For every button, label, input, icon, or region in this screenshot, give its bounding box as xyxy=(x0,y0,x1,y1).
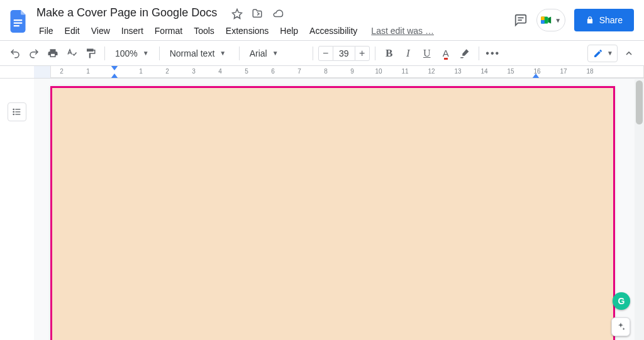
underline-button[interactable]: U xyxy=(418,45,436,62)
font-size-input[interactable]: 39 xyxy=(333,46,355,61)
vertical-scrollbar[interactable] xyxy=(635,79,644,340)
ruler-gutter xyxy=(0,66,34,78)
scrollbar-thumb[interactable] xyxy=(636,80,643,124)
menu-insert[interactable]: Insert xyxy=(116,23,148,38)
bold-button[interactable]: B xyxy=(380,45,398,62)
print-button[interactable] xyxy=(44,45,62,62)
ruler-num: 16 xyxy=(533,68,540,75)
ruler-num: 13 xyxy=(454,68,461,75)
ruler-num: 11 xyxy=(401,68,408,75)
document-outline-button[interactable] xyxy=(8,102,26,121)
svg-rect-0 xyxy=(14,19,23,21)
ruler-num: 4 xyxy=(218,68,222,75)
ruler-num: 15 xyxy=(507,68,514,75)
svg-rect-1 xyxy=(14,23,23,24)
toolbar-sep xyxy=(239,47,240,60)
font-size-decrease[interactable]: − xyxy=(318,46,333,61)
chevron-down-icon: ▼ xyxy=(219,50,226,57)
ruler-num: 3 xyxy=(192,68,196,75)
zoom-value: 100% xyxy=(115,48,138,58)
text-color-button[interactable]: A xyxy=(437,45,455,62)
paragraph-style-value: Normal text xyxy=(170,48,215,58)
share-label: Share xyxy=(599,15,623,25)
menu-extensions[interactable]: Extensions xyxy=(221,23,274,38)
ruler-num: 10 xyxy=(375,68,382,75)
ruler-num: 5 xyxy=(245,68,248,75)
ruler-num: 18 xyxy=(586,68,593,75)
spellcheck-button[interactable] xyxy=(63,45,80,62)
ruler-num: 1 xyxy=(139,68,143,75)
svg-rect-6 xyxy=(541,16,545,20)
ruler-num: 9 xyxy=(350,68,354,75)
document-canvas[interactable] xyxy=(34,79,644,340)
paragraph-style-select[interactable]: Normal text ▼ xyxy=(165,45,234,62)
docs-logo[interactable] xyxy=(8,6,30,36)
font-family-value: Arial xyxy=(250,48,267,58)
grammarly-badge[interactable]: G xyxy=(613,292,630,310)
menu-tools[interactable]: Tools xyxy=(189,23,219,38)
last-edit-link[interactable]: Last edit was … xyxy=(370,23,435,38)
menu-help[interactable]: Help xyxy=(275,23,303,38)
italic-button[interactable]: I xyxy=(399,45,417,62)
ruler-num: 7 xyxy=(297,68,301,75)
menu-bar: File Edit View Insert Format Tools Exten… xyxy=(34,23,435,38)
ruler-num: 14 xyxy=(480,68,487,75)
toolbar: 100% ▼ Normal text ▼ Arial ▼ − 39 + B I … xyxy=(0,41,644,66)
undo-button[interactable] xyxy=(6,45,24,62)
ruler-num: 8 xyxy=(324,68,328,75)
share-button[interactable]: Share xyxy=(574,9,634,31)
paint-format-button[interactable] xyxy=(82,45,99,62)
toolbar-sep xyxy=(104,47,105,60)
comments-icon[interactable] xyxy=(514,13,528,27)
document-title[interactable]: Make a Cover Page in Google Docs xyxy=(34,5,219,21)
ruler-num: 17 xyxy=(560,68,567,75)
font-size-group: − 39 + xyxy=(318,46,370,61)
horizontal-ruler[interactable]: 2 1 1 2 3 4 5 6 7 8 9 10 11 12 13 14 15 … xyxy=(34,66,644,78)
svg-point-12 xyxy=(13,111,14,112)
font-family-select[interactable]: Arial ▼ xyxy=(245,45,308,62)
svg-point-11 xyxy=(13,109,14,109)
zoom-select[interactable]: 100% ▼ xyxy=(110,45,154,62)
ruler-num: 6 xyxy=(271,68,275,75)
toolbar-sep xyxy=(479,47,479,60)
chevron-down-icon: ▼ xyxy=(272,50,279,57)
toolbar-sep xyxy=(313,47,313,60)
toolbar-sep xyxy=(375,47,375,60)
page[interactable] xyxy=(50,86,615,340)
redo-button[interactable] xyxy=(25,45,43,62)
highlight-button[interactable] xyxy=(456,45,474,62)
meet-button[interactable]: ▼ xyxy=(536,9,565,31)
menu-edit[interactable]: Edit xyxy=(60,23,85,38)
editing-mode-button[interactable]: ▼ xyxy=(587,45,618,62)
ruler-num: 12 xyxy=(428,68,435,75)
collapse-toolbar-button[interactable] xyxy=(620,45,638,62)
explore-button[interactable] xyxy=(611,317,630,336)
menu-view[interactable]: View xyxy=(86,23,115,38)
ruler-num: 1 xyxy=(86,68,90,75)
svg-rect-2 xyxy=(14,25,19,26)
first-line-indent-marker[interactable] xyxy=(111,66,118,70)
menu-accessibility[interactable]: Accessibility xyxy=(304,23,362,38)
more-tools-button[interactable]: ••• xyxy=(484,45,502,62)
left-indent-marker[interactable] xyxy=(111,74,118,78)
svg-rect-7 xyxy=(541,20,545,24)
ruler-num: 2 xyxy=(165,68,169,75)
chevron-down-icon: ▼ xyxy=(143,50,149,57)
toolbar-sep xyxy=(159,47,160,60)
chevron-down-icon: ▼ xyxy=(607,50,613,57)
cloud-status-icon[interactable] xyxy=(272,8,284,19)
menu-format[interactable]: Format xyxy=(150,23,187,38)
move-icon[interactable] xyxy=(252,8,263,19)
svg-point-13 xyxy=(13,114,14,114)
menu-file[interactable]: File xyxy=(34,23,58,38)
ruler-num: 2 xyxy=(60,68,64,75)
font-size-increase[interactable]: + xyxy=(355,46,370,61)
star-icon[interactable] xyxy=(231,8,243,19)
